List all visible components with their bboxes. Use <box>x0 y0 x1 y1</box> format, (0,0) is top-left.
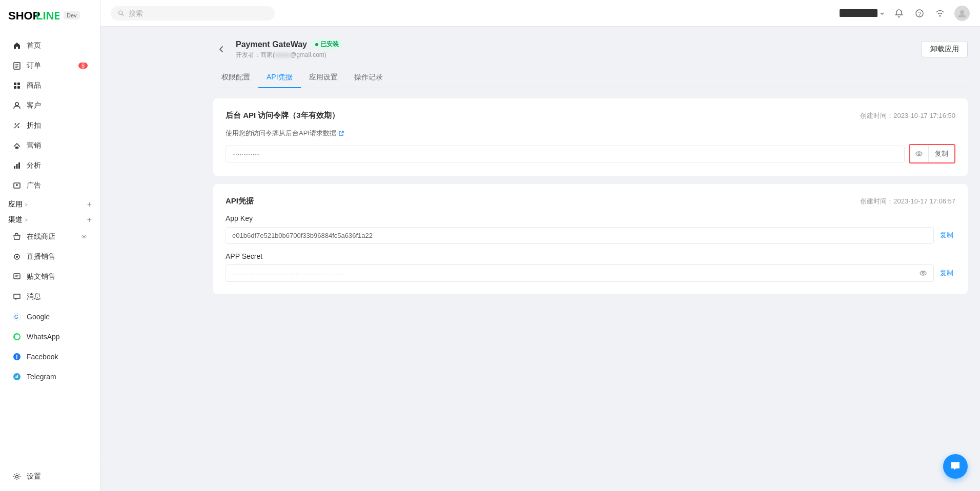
svg-line-32 <box>122 14 124 15</box>
app-secret-placeholder: ······································· <box>232 270 344 277</box>
back-button[interactable] <box>213 41 230 57</box>
app-title-text: Payment GateWay <box>236 40 307 49</box>
app-secret-row: ······································· … <box>226 264 955 282</box>
secret-eye-button[interactable] <box>919 269 927 277</box>
app-key-row: 复制 <box>226 227 955 244</box>
channels-section-label: 渠道 <box>8 215 23 224</box>
ads-icon <box>12 181 22 190</box>
svg-point-10 <box>15 103 18 106</box>
sidebar-item-whatsapp[interactable]: WhatsApp <box>4 327 96 346</box>
sidebar-item-ads[interactable]: 广告 <box>4 176 96 195</box>
sidebar-label-analytics: 分析 <box>27 161 41 170</box>
sidebar-item-live-sales[interactable]: 直播销售 <box>4 247 96 267</box>
chevron-down-icon <box>880 11 885 16</box>
tab-api-credentials[interactable]: API凭据 <box>258 68 301 88</box>
sidebar-label-ads: 广告 <box>27 181 41 190</box>
api-credentials-card: API凭据 创建时间：2023-10-17 17:06:57 App Key 复… <box>213 184 968 294</box>
sidebar-item-orders[interactable]: 订单 8 <box>4 56 96 75</box>
tab-app-settings[interactable]: 应用设置 <box>301 68 346 88</box>
analytics-icon <box>12 161 22 170</box>
app-key-input[interactable] <box>226 227 934 244</box>
sidebar-item-messages[interactable]: 消息 <box>4 287 96 306</box>
search-input[interactable] <box>129 9 268 17</box>
token-row: 复制 <box>226 144 955 163</box>
external-link-icon <box>338 130 344 136</box>
sidebar-item-facebook[interactable]: f Facebook <box>4 347 96 366</box>
svg-rect-15 <box>14 166 15 169</box>
token-copy-button[interactable]: 复制 <box>929 145 954 162</box>
apps-add-button[interactable]: + <box>87 200 92 209</box>
sidebar-label-facebook: Facebook <box>27 353 58 361</box>
svg-point-35 <box>940 15 941 16</box>
app-secret-label: APP Secret <box>226 252 955 260</box>
developer-email-blur: xxxxx <box>275 51 290 58</box>
svg-rect-8 <box>14 86 16 89</box>
sidebar-label-telegram: Telegram <box>27 373 56 381</box>
question-icon[interactable]: ? <box>913 7 926 19</box>
app-secret-field: ······································· <box>226 264 934 282</box>
live-icon <box>12 252 22 261</box>
app-title: Payment GateWay 已安装 <box>236 39 343 50</box>
user-menu[interactable]: ████████ <box>840 9 885 17</box>
orders-icon <box>12 61 22 70</box>
app-header: Payment GateWay 已安装 开发者：商家(xxxxx@gmail.c… <box>213 39 968 59</box>
sidebar-item-home[interactable]: 首页 <box>4 36 96 55</box>
svg-text:G: G <box>14 314 18 320</box>
token-eye-button[interactable] <box>910 146 929 162</box>
sidebar-item-google[interactable]: G Google <box>4 307 96 326</box>
copy-area-highlighted: 复制 <box>909 144 955 163</box>
sidebar-item-customers[interactable]: 客户 <box>4 96 96 115</box>
backend-token-time: 创建时间：2023-10-17 17:16:50 <box>860 111 955 120</box>
sidebar-item-analytics[interactable]: 分析 <box>4 156 96 175</box>
sidebar-label-customers: 客户 <box>27 101 41 110</box>
sidebar-label-products: 商品 <box>27 81 41 90</box>
apps-section-toggle[interactable]: 应用 > <box>8 200 28 209</box>
orders-badge: 8 <box>78 63 88 69</box>
sidebar-label-google: Google <box>27 313 50 321</box>
token-input[interactable] <box>226 146 905 162</box>
api-credentials-title: API凭据 <box>226 196 254 206</box>
tab-operation-logs[interactable]: 操作记录 <box>346 68 391 88</box>
sidebar-nav: 首页 订单 8 商品 客户 折扣 <box>0 31 100 462</box>
svg-point-20 <box>16 256 18 258</box>
dev-badge: Dev <box>64 11 80 19</box>
channels-add-button[interactable]: + <box>87 215 92 224</box>
backend-token-header: 后台 API 访问令牌（3年有效期） 创建时间：2023-10-17 17:16… <box>226 111 955 120</box>
sidebar-item-post-sales[interactable]: 贴文销售 <box>4 267 96 287</box>
sidebar: SHOP LINE Dev 首页 订单 8 商品 <box>0 0 100 491</box>
sidebar-item-settings[interactable]: 设置 <box>4 467 96 486</box>
svg-rect-21 <box>14 274 20 279</box>
svg-point-30 <box>16 476 18 478</box>
sidebar-item-products[interactable]: 商品 <box>4 76 96 95</box>
created-prefix-1: 创建时间： <box>860 112 893 119</box>
app-header-left: Payment GateWay 已安装 开发者：商家(xxxxx@gmail.c… <box>213 39 343 59</box>
wifi-icon[interactable] <box>934 7 946 19</box>
app-key-label: App Key <box>226 214 955 222</box>
svg-point-36 <box>960 10 964 14</box>
uninstall-button[interactable]: 卸载应用 <box>922 41 968 57</box>
app-secret-copy-button[interactable]: 复制 <box>938 264 955 282</box>
telegram-icon <box>12 372 22 381</box>
developer-suffix: @gmail.com) <box>290 51 326 58</box>
store-icon <box>12 232 22 241</box>
settings-icon <box>12 472 22 481</box>
main-content: Payment GateWay 已安装 开发者：商家(xxxxx@gmail.c… <box>201 27 980 491</box>
token-description: 使用您的访问令牌从后台API请求数据 <box>226 129 955 138</box>
sidebar-item-marketing[interactable]: 营销 <box>4 136 96 155</box>
topbar: ████████ ? <box>100 0 980 27</box>
chat-button[interactable] <box>943 454 968 479</box>
avatar[interactable] <box>954 6 970 21</box>
search-box[interactable] <box>111 6 275 21</box>
app-key-copy-button[interactable]: 复制 <box>938 227 955 244</box>
topbar-right: ████████ ? <box>840 6 970 21</box>
channels-section-toggle[interactable]: 渠道 > <box>8 215 28 224</box>
sidebar-item-discounts[interactable]: 折扣 <box>4 116 96 135</box>
eye-icon: 👁 <box>81 233 88 241</box>
svg-rect-7 <box>17 83 20 85</box>
logo-area: SHOP LINE Dev <box>0 0 100 31</box>
sidebar-item-online-store[interactable]: 在线商店 👁 <box>4 227 96 247</box>
app-developer: 开发者：商家(xxxxx@gmail.com) <box>236 51 343 59</box>
tab-permissions[interactable]: 权限配置 <box>213 68 258 88</box>
sidebar-item-telegram[interactable]: Telegram <box>4 367 96 386</box>
bell-icon[interactable] <box>893 7 905 19</box>
